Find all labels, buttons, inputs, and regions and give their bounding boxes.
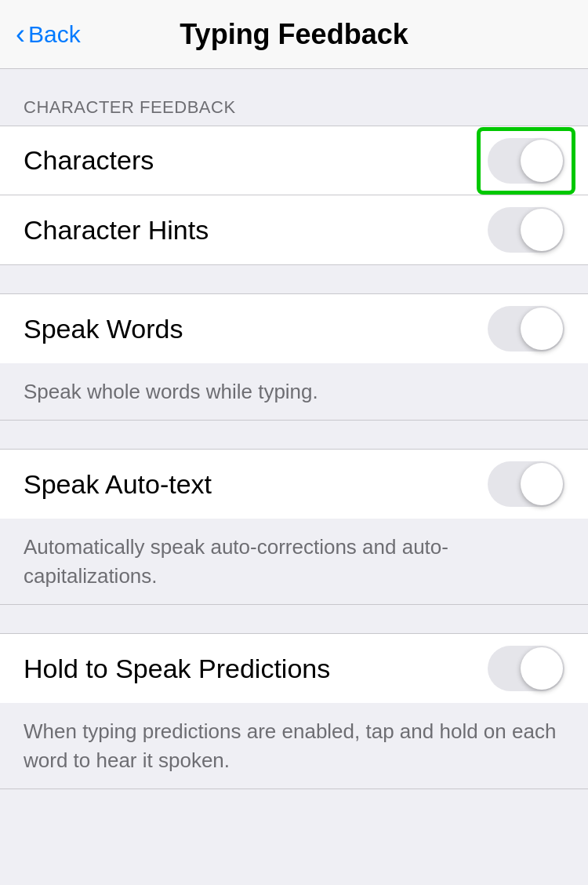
character-feedback-body: Characters Character Hints <box>0 126 588 265</box>
speak-autotext-section: Speak Auto-text Automatically speak auto… <box>0 449 588 605</box>
speak-autotext-body: Speak Auto-text <box>0 449 588 519</box>
character-hints-label: Character Hints <box>24 215 209 246</box>
speak-autotext-row: Speak Auto-text <box>0 450 588 519</box>
hold-to-speak-toggle-track <box>488 646 564 691</box>
character-feedback-section: CHARACTER FEEDBACK Characters Character … <box>0 97 588 265</box>
characters-toggle-track <box>488 138 564 184</box>
hold-to-speak-label: Hold to Speak Predictions <box>24 654 330 684</box>
speak-autotext-toggle-track <box>488 461 564 507</box>
speak-autotext-toggle-thumb <box>521 463 563 505</box>
speak-words-toggle-track <box>488 306 564 351</box>
character-hints-toggle-thumb <box>521 209 563 251</box>
hold-to-speak-toggle[interactable] <box>488 646 564 691</box>
speak-words-toggle[interactable] <box>488 306 564 351</box>
hold-to-speak-body: Hold to Speak Predictions <box>0 633 588 703</box>
back-label: Back <box>28 21 81 48</box>
hold-to-speak-description-row: When typing predictions are enabled, tap… <box>0 703 588 789</box>
hold-to-speak-row: Hold to Speak Predictions <box>0 634 588 703</box>
speak-autotext-description: Automatically speak auto-corrections and… <box>24 535 448 587</box>
character-hints-toggle-track <box>488 207 564 253</box>
chevron-left-icon: ‹ <box>16 20 25 49</box>
character-hints-toggle[interactable] <box>488 207 564 253</box>
speak-words-section: Speak Words Speak whole words while typi… <box>0 293 588 421</box>
speak-words-label: Speak Words <box>24 314 183 344</box>
character-hints-row: Character Hints <box>0 195 588 264</box>
hold-to-speak-description: When typing predictions are enabled, tap… <box>24 719 556 771</box>
back-button[interactable]: ‹ Back <box>16 20 81 49</box>
page-title: Typing Feedback <box>180 18 408 51</box>
speak-words-description: Speak whole words while typing. <box>24 380 318 403</box>
navigation-bar: ‹ Back Typing Feedback <box>0 0 588 69</box>
characters-toggle-thumb <box>521 140 563 182</box>
section-header-character-feedback: CHARACTER FEEDBACK <box>0 97 588 126</box>
speak-words-body: Speak Words <box>0 293 588 363</box>
speak-autotext-toggle[interactable] <box>488 461 564 507</box>
speak-words-description-row: Speak whole words while typing. <box>0 363 588 421</box>
hold-to-speak-section: Hold to Speak Predictions When typing pr… <box>0 633 588 789</box>
hold-to-speak-toggle-thumb <box>521 647 563 690</box>
speak-autotext-label: Speak Auto-text <box>24 469 212 500</box>
characters-row: Characters <box>0 126 588 195</box>
speak-words-toggle-thumb <box>521 308 563 350</box>
characters-toggle[interactable] <box>488 138 564 184</box>
speak-autotext-description-row: Automatically speak auto-corrections and… <box>0 519 588 605</box>
characters-label: Characters <box>24 145 154 176</box>
speak-words-row: Speak Words <box>0 294 588 363</box>
